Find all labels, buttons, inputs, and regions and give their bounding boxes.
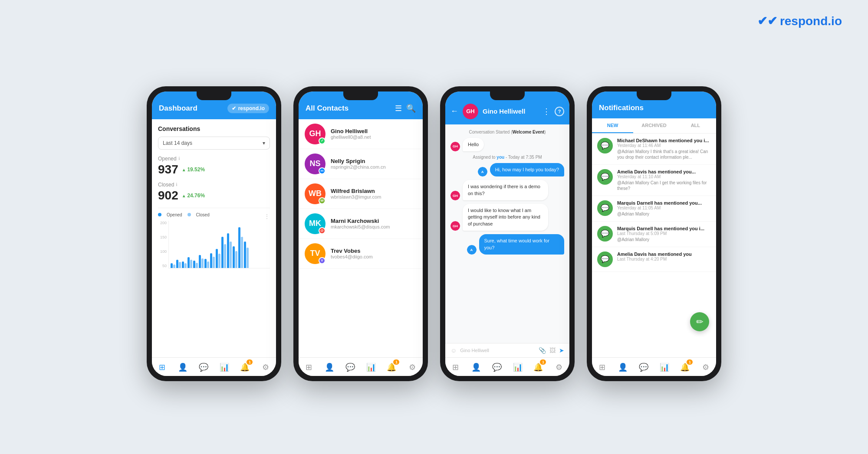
contact-item[interactable]: NS m Nelly Sprigin nspringin2@china.com.… — [299, 149, 423, 179]
email-badge: @ — [319, 227, 326, 234]
nav-settings[interactable]: ⚙ — [700, 361, 712, 373]
nav-settings[interactable]: ⚙ — [260, 361, 272, 373]
bar-group — [238, 227, 243, 268]
filter-icon[interactable]: ☰ — [395, 104, 402, 113]
bar-group — [216, 249, 220, 268]
nav-contacts[interactable]: 👤 — [177, 361, 189, 373]
nav-analytics[interactable]: 📊 — [512, 361, 524, 373]
bar-closed — [247, 248, 249, 268]
notif-preview: @Adrian Mallory Can I get the working fi… — [617, 180, 711, 191]
bar-closed — [235, 251, 237, 268]
brand-logo: ✔✔ respond.io — [757, 14, 842, 28]
notification-item[interactable]: 💬 Marquis Darnell has mentioned you i...… — [592, 222, 716, 247]
compose-fab[interactable]: ✏ — [690, 312, 709, 331]
notif-preview: @Adrian Mallory — [617, 237, 704, 242]
notif-preview: @Adrian Mallory I think that's a great i… — [617, 149, 711, 160]
nav-notifications[interactable]: 🔔 1 — [532, 361, 544, 373]
contact-item[interactable]: MK @ Marni Karchowski mkarchowski5@disqu… — [299, 209, 423, 239]
bar-group — [227, 233, 232, 268]
chat-input-field[interactable]: Gino Helliwell — [460, 348, 535, 353]
notif-name: Amelia Davis has mentioned you... — [617, 169, 711, 174]
notification-badge: 1 — [540, 359, 546, 365]
bar-opened — [182, 261, 184, 268]
nav-contacts[interactable]: 👤 — [617, 361, 629, 373]
nav-dashboard[interactable]: ⊞ — [450, 361, 462, 373]
nav-settings[interactable]: ⚙ — [406, 361, 418, 373]
notification-tabs: NEW ARCHIVED ALL — [592, 118, 716, 134]
contact-item[interactable]: WB W Wilfred Brislawn wbrislawn3@imgur.c… — [299, 179, 423, 209]
notif-name: Marquis Darnell has mentioned you... — [617, 200, 702, 206]
more-options-icon[interactable]: ⋮ — [542, 107, 550, 116]
nav-analytics[interactable]: 📊 — [365, 361, 377, 373]
image-icon[interactable]: 🖼 — [549, 347, 556, 354]
messenger-badge: m — [319, 167, 326, 174]
help-icon[interactable]: ? — [555, 107, 564, 116]
nav-dashboard[interactable]: ⊞ — [156, 361, 168, 373]
bar-opened — [171, 263, 173, 268]
notification-badge: 1 — [687, 359, 693, 365]
nav-chat[interactable]: 💬 — [638, 361, 650, 373]
nav-notifications[interactable]: 🔔 1 — [385, 361, 398, 373]
bar-closed — [230, 242, 232, 268]
bar-opened — [233, 246, 235, 268]
date-filter[interactable]: Last 14 days ▾ — [158, 137, 270, 150]
message-row: GH Hello — [450, 138, 564, 151]
tab-new[interactable]: NEW — [592, 118, 633, 133]
opened-value: 937 19.52% — [158, 163, 270, 176]
bar-group — [204, 259, 209, 268]
nav-chat[interactable]: 💬 — [344, 361, 356, 373]
notification-item[interactable]: 💬 Amelia Davis has mentioned you Last Th… — [592, 247, 716, 272]
contact-item[interactable]: GH ✓ Gino Helliwell ghelliwell0@a8.net — [299, 119, 423, 149]
notif-avatar: 💬 — [597, 138, 613, 154]
legend-closed: Closed — [196, 212, 210, 217]
chart-options-icon[interactable]: ⋮ — [264, 213, 270, 220]
nav-contacts[interactable]: 👤 — [470, 361, 482, 373]
nav-notifications[interactable]: 🔔 1 — [679, 361, 691, 373]
bar-opened — [204, 259, 207, 268]
chat-event: Conversation Started (Welcome Event) — [450, 130, 564, 134]
contacts-list: GH ✓ Gino Helliwell ghelliwell0@a8.net N… — [299, 119, 423, 357]
search-icon[interactable]: 🔍 — [406, 104, 416, 113]
message-row: Hi, how may I help you today? A — [450, 163, 564, 176]
bar-group — [244, 242, 249, 268]
tab-archived[interactable]: ARCHIVED — [633, 118, 674, 133]
notif-avatar: 💬 — [597, 226, 613, 242]
bottom-nav: ⊞ 👤 💬 📊 🔔 1 ⚙ — [592, 357, 716, 376]
nav-contacts[interactable]: 👤 — [323, 361, 335, 373]
emoji-icon[interactable]: ☺ — [450, 347, 457, 354]
tab-all[interactable]: ALL — [675, 118, 716, 133]
nav-analytics[interactable]: 📊 — [218, 361, 230, 373]
bar-opened — [238, 227, 240, 268]
attachment-icon[interactable]: 📎 — [539, 347, 546, 354]
notification-badge: 1 — [393, 359, 399, 365]
notification-item[interactable]: 💬 Marquis Darnell has mentioned you... Y… — [592, 196, 716, 222]
nav-dashboard[interactable]: ⊞ — [596, 361, 608, 373]
bar-group — [182, 261, 187, 268]
dashboard-title: Dashboard — [159, 104, 197, 113]
notif-name: Amelia Davis has mentioned you — [617, 251, 692, 257]
nav-chat[interactable]: 💬 — [491, 361, 503, 373]
nav-settings[interactable]: ⚙ — [553, 361, 565, 373]
notification-item[interactable]: 💬 Michael DeShawn has mentioned you i...… — [592, 134, 716, 165]
bar-opened — [227, 233, 229, 268]
contact-name: Wilfred Brislawn — [331, 188, 381, 194]
nav-dashboard[interactable]: ⊞ — [303, 361, 315, 373]
contact-name: Marni Karchowski — [331, 218, 390, 224]
notification-item[interactable]: 💬 Amelia Davis has mentioned you... Yest… — [592, 165, 716, 196]
chart: 20015010050 — [158, 221, 270, 268]
nav-notifications[interactable]: 🔔 1 — [239, 361, 251, 373]
logo-check-icon: ✔✔ — [757, 14, 777, 28]
back-icon[interactable]: ← — [450, 107, 458, 116]
avatar: NS m — [305, 154, 326, 174]
nav-chat[interactable]: 💬 — [197, 361, 210, 373]
tiny-avatar-agent: A — [467, 245, 477, 255]
bottom-nav: ⊞ 👤 💬 📊 🔔 1 ⚙ — [152, 357, 276, 376]
nav-analytics[interactable]: 📊 — [658, 361, 671, 373]
chart-legend: Opened Closed — [158, 212, 210, 217]
notif-time: Last Thursday at 5:09 PM — [617, 231, 704, 236]
notif-time: Yesterday at 11:46 AM — [617, 143, 711, 148]
tiny-avatar: GH — [450, 191, 460, 200]
contact-item[interactable]: TV V Trev Vobes tvobes4@diigo.com — [299, 239, 423, 269]
bar-closed — [201, 258, 204, 268]
send-icon[interactable]: ➤ — [559, 347, 564, 354]
